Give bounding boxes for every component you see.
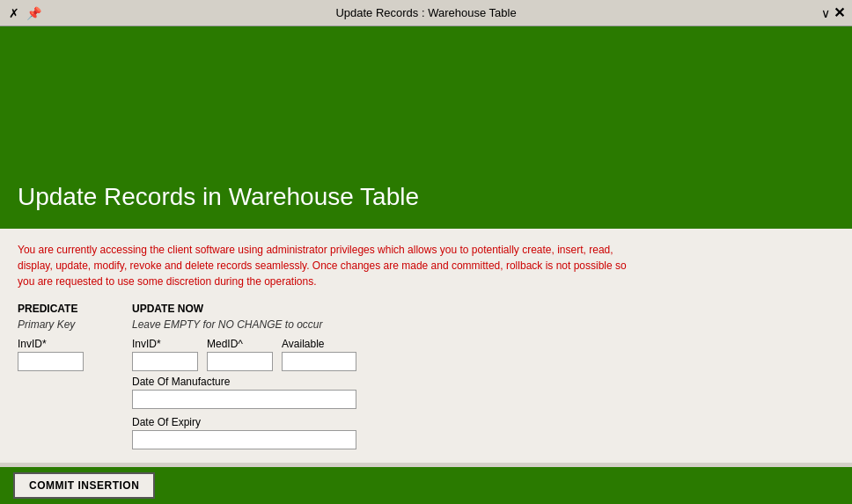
date-manufacture-group: Date Of Manufacture	[132, 376, 834, 409]
inv-id-predicate-input[interactable]	[18, 352, 84, 371]
date-expiry-input[interactable]	[132, 430, 356, 449]
bottom-bar: COMMIT INSERTION	[0, 467, 852, 504]
available-input[interactable]	[282, 352, 356, 371]
inv-id-update-input[interactable]	[132, 352, 198, 371]
predicate-sublabel: Primary Key	[18, 318, 97, 331]
med-id-input[interactable]	[207, 352, 273, 371]
content-area: You are currently accessing the client s…	[0, 229, 852, 463]
predicate-label: PREDICATE	[18, 303, 97, 315]
predicate-section: PREDICATE Primary Key InvID*	[18, 303, 97, 449]
date-expiry-group: Date Of Expiry	[132, 416, 834, 449]
green-header: Update Records in Warehouse Table	[0, 26, 852, 229]
inv-id-update-label: InvID*	[132, 338, 198, 350]
predicate-input-group: InvID*	[18, 338, 97, 371]
update-label: UPDATE NOW	[132, 303, 834, 315]
date-manufacture-input[interactable]	[132, 390, 356, 409]
pin-icon[interactable]: 📌	[26, 6, 40, 20]
update-row-1: InvID* MedID^ Available	[132, 338, 834, 371]
available-label: Available	[282, 338, 356, 350]
date-manufacture-label: Date Of Manufacture	[132, 376, 834, 388]
update-section: UPDATE NOW Leave EMPTY for NO CHANGE to …	[132, 303, 834, 449]
available-group: Available	[282, 338, 356, 371]
date-expiry-label: Date Of Expiry	[132, 416, 834, 428]
update-sublabel: Leave EMPTY for NO CHANGE to occur	[132, 318, 834, 331]
title-bar: ✗ 📌 Update Records : Warehouse Table ∨ ✕	[0, 0, 852, 26]
form-section: PREDICATE Primary Key InvID* UPDATE NOW …	[18, 303, 834, 449]
window-title: Update Records : Warehouse Table	[335, 6, 516, 19]
warning-message: You are currently accessing the client s…	[18, 242, 634, 289]
title-bar-left: ✗ 📌	[7, 6, 40, 20]
inv-id-update-group: InvID*	[132, 338, 198, 371]
title-bar-controls: ∨ ✕	[821, 4, 845, 21]
med-id-label: MedID^	[207, 338, 273, 350]
med-id-group: MedID^	[207, 338, 273, 371]
inv-id-predicate-label: InvID*	[18, 338, 97, 350]
app-icon-x[interactable]: ✗	[7, 6, 21, 20]
close-button[interactable]: ✕	[834, 4, 845, 21]
commit-insertion-button[interactable]: COMMIT INSERTION	[13, 472, 155, 499]
minimize-button[interactable]: ∨	[821, 6, 830, 20]
page-title: Update Records in Warehouse Table	[18, 183, 419, 211]
